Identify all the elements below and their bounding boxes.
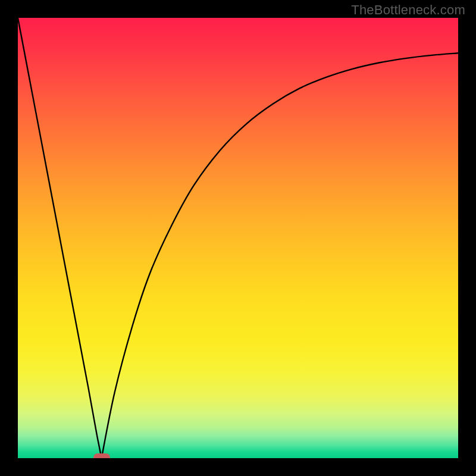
watermark-text: TheBottleneck.com	[351, 2, 465, 18]
plot-area	[18, 18, 458, 458]
bottleneck-curve	[18, 18, 458, 458]
chart-frame: TheBottleneck.com	[0, 0, 476, 476]
vertex-marker	[93, 453, 110, 458]
curve-svg	[18, 18, 458, 458]
